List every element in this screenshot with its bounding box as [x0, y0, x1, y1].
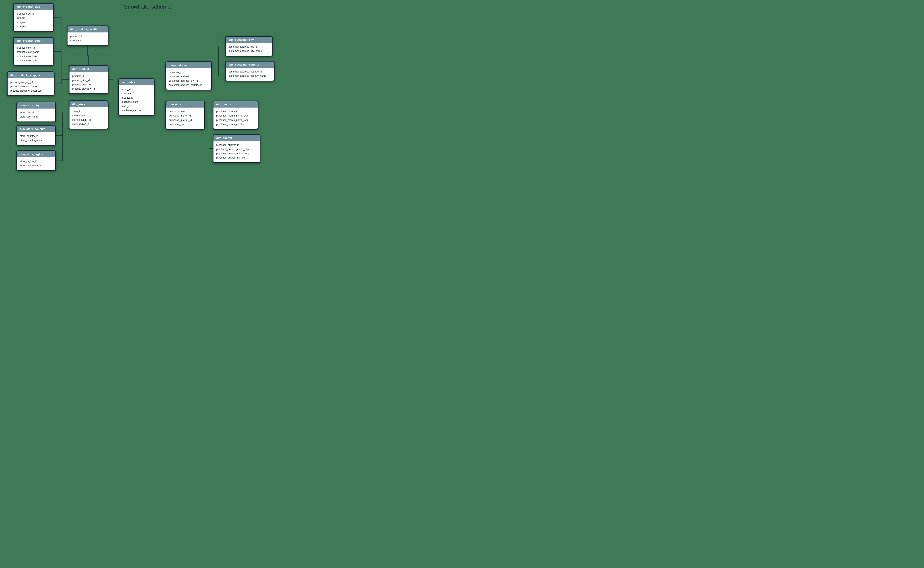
field: product_color_rgb — [17, 59, 50, 63]
field: size_name — [70, 39, 105, 43]
table-dim_store_country: dim_store_countrystore_country_idstore_c… — [16, 125, 56, 146]
connector-line — [54, 80, 69, 84]
connector-line — [109, 97, 118, 115]
table-dim_product_category: dim_product_categoryproduct_category_idp… — [7, 71, 54, 96]
table-header: dim_customer_country — [226, 62, 274, 68]
field: customer_address_city_id — [229, 45, 269, 49]
field: store_country_name — [20, 138, 53, 142]
field: product_color_name — [17, 50, 50, 54]
table-body: product_category_idproduct_category_name… — [8, 78, 54, 95]
field: purchase_month_name_short — [216, 114, 255, 118]
table-dim_date: dim_datepurchase_datepurchase_month_idpu… — [165, 101, 205, 130]
table-header: dim_quarter — [213, 135, 260, 141]
field: store_city_name — [20, 115, 53, 119]
table-dim_quarter: dim_quarterpurchase_quarter_idpurchase_q… — [213, 134, 260, 163]
field: customer_address_country_id — [169, 83, 208, 87]
connector-line — [56, 115, 69, 161]
table-dim_customer: dim_customercustomer_idcustomer_addressc… — [165, 61, 212, 91]
connector-line — [212, 46, 225, 76]
table-body: product_idproduct_size_idproduct_color_i… — [69, 72, 108, 94]
field: product_color_id — [17, 46, 50, 50]
table-dim_customer_city: dim_customer_citycustomer_address_city_i… — [225, 36, 273, 57]
table-header: dim_store_city — [17, 102, 55, 109]
connector-line — [155, 97, 165, 115]
table-header: fact_sales — [119, 79, 154, 85]
table-body: customer_idcustomer_addresscustomer_addr… — [166, 68, 211, 90]
field: product_size_id — [17, 12, 50, 16]
table-body: store_region_idstore_region_name — [17, 157, 55, 170]
connector-line — [56, 115, 69, 136]
field: product_size_id — [72, 78, 105, 82]
field: purchase_quarter_name_long — [216, 151, 257, 156]
table-header: dim_product_category — [8, 72, 54, 78]
field: purchase_amount — [121, 108, 151, 113]
field: store_region_id — [72, 122, 105, 126]
field: purchase_month_id — [216, 110, 255, 114]
field: customer_address_country_id — [229, 70, 271, 74]
field: size_rest — [17, 24, 50, 29]
table-dim_customer_country: dim_customer_countrycustomer_address_cou… — [225, 61, 275, 82]
table-body: product_size_idsize_uksize_ussize_rest — [14, 10, 53, 31]
field: purchase_month_id — [169, 114, 202, 118]
table-header: dim_date — [166, 101, 204, 107]
field: store_region_name — [20, 163, 53, 168]
field: product_category_id — [72, 87, 105, 91]
field: store_country_id — [20, 134, 53, 138]
connector-line — [109, 80, 118, 97]
table-header: dim_customer_city — [226, 37, 272, 43]
field: customer_id — [169, 70, 208, 74]
table-dim_month: dim_monthpurchase_month_idpurchase_month… — [213, 101, 258, 130]
table-dim_store: dim_storestore_idstore_city_idstore_coun… — [69, 100, 109, 130]
field: store_id — [72, 109, 105, 113]
table-body: customer_address_country_idcustomer_addr… — [226, 68, 274, 81]
field: product_id — [70, 35, 105, 39]
table-header: dim_store_country — [17, 126, 55, 132]
table-header: dim_store_region — [17, 151, 55, 157]
table-body: store_idstore_city_idstore_country_idsto… — [69, 107, 108, 128]
table-dim_product_size: dim_product_sizeproduct_size_idsize_uksi… — [13, 3, 54, 32]
table-body: purchase_datepurchase_month_idpurchase_q… — [166, 107, 204, 129]
table-body: store_country_idstore_country_name — [17, 132, 55, 145]
field: purchase_date — [169, 110, 202, 114]
table-dim_store_region: dim_store_regionstore_region_idstore_reg… — [16, 150, 56, 171]
connector-line — [212, 71, 225, 76]
field: purchase_quarter_number — [216, 156, 257, 160]
field: product_category_description — [11, 89, 51, 93]
field: purchase_quarter_id — [169, 118, 202, 122]
field: store_region_id — [20, 159, 53, 163]
table-header: dim_product_details — [68, 26, 108, 32]
table-header: dim_month — [213, 101, 258, 107]
field: store_city_id — [20, 110, 53, 115]
connector-line — [88, 46, 89, 65]
field: purchase_month_name_long — [216, 118, 255, 122]
table-fact_sales: fact_salesorder_idcustomer_idproduct_idp… — [118, 78, 155, 116]
field: customer_id — [121, 91, 151, 95]
field: purchase_year — [169, 122, 202, 127]
connector-line — [56, 112, 69, 115]
field: purchase_date — [121, 100, 151, 104]
table-header: dim_customer — [166, 62, 211, 68]
table-body: purchase_quarter_idpurchase_quarter_name… — [213, 141, 260, 162]
field: order_id — [121, 87, 151, 91]
table-body: store_city_idstore_city_name — [17, 109, 55, 121]
connector-line — [54, 51, 69, 80]
connector-line — [155, 76, 165, 97]
connector-line — [205, 115, 213, 148]
table-body: purchase_month_idpurchase_month_name_sho… — [213, 107, 258, 129]
field: product_id — [121, 96, 151, 100]
field: product_color_id — [72, 83, 105, 87]
table-dim_product_details: dim_product_detailsproduct_idsize_name — [67, 26, 109, 46]
table-body: order_idcustomer_idproduct_idpurchase_da… — [119, 85, 154, 115]
field: size_us — [17, 20, 50, 24]
field: customer_address_city_id — [169, 79, 208, 83]
field: customer_address_city_name — [229, 49, 269, 53]
table-header: dim_product_size — [14, 4, 53, 10]
table-body: customer_address_city_idcustomer_address… — [226, 43, 272, 56]
field: product_id — [72, 74, 105, 78]
field: store_id — [121, 104, 151, 108]
table-dim_product_color: dim_product_colorproduct_color_idproduct… — [13, 37, 54, 66]
table-header: dim_product — [69, 66, 108, 72]
field: size_uk — [17, 16, 50, 20]
table-header: dim_store — [69, 101, 108, 107]
field: store_city_id — [72, 113, 105, 118]
